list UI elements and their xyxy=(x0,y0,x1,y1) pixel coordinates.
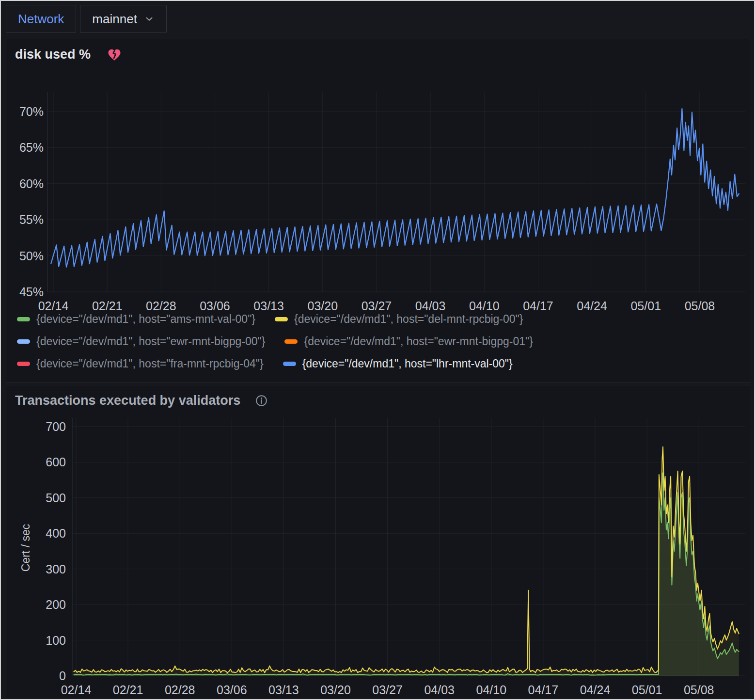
panel-transactions: Transactions executed by validators Cert… xyxy=(6,385,751,699)
variable-label-box: Network xyxy=(6,5,76,33)
panel-title-disk-used[interactable]: disk used % xyxy=(15,47,91,62)
legend-series-label: {device="/dev/md1", host="del-mnt-rpcbig… xyxy=(294,312,523,327)
legend-series-label: {device="/dev/md1", host="ams-mnt-val-00… xyxy=(36,312,255,327)
info-icon[interactable] xyxy=(255,394,268,407)
legend-series-label: {device="/dev/md1", host="ewr-mnt-bigpg-… xyxy=(304,334,533,349)
legend-series-label: {device="/dev/md1", host="ewr-mnt-bigpg-… xyxy=(36,334,265,349)
legend-series-color-chip xyxy=(17,362,30,366)
grafana-dashboard: Network mainnet disk used % {device="/de… xyxy=(0,0,755,700)
legend-item[interactable]: {device="/dev/md1", host="ewr-mnt-bigpg-… xyxy=(284,334,533,349)
legend-series-color-chip xyxy=(283,362,296,366)
panel-disk-used: disk used % {device="/dev/md1", host="am… xyxy=(6,39,751,383)
legend-item[interactable]: {device="/dev/md1", host="ams-mnt-val-00… xyxy=(17,312,255,327)
panel-tx-header: Transactions executed by validators xyxy=(6,385,751,408)
dashboard-variable-bar: Network mainnet xyxy=(6,5,167,33)
network-variable-dropdown[interactable]: mainnet xyxy=(80,5,167,33)
legend-series-color-chip xyxy=(17,317,30,321)
chevron-down-icon xyxy=(144,14,155,24)
legend-series-label: {device="/dev/md1", host="fra-mnt-rpcbig… xyxy=(36,356,264,371)
legend-item[interactable]: {device="/dev/md1", host="fra-mnt-rpcbig… xyxy=(17,356,264,371)
panel-disk-header: disk used % xyxy=(6,39,751,62)
legend-item[interactable]: {device="/dev/md1", host="del-mnt-rpcbig… xyxy=(275,312,523,327)
legend-series-color-chip xyxy=(17,339,30,344)
legend-item[interactable]: {device="/dev/md1", host="ewr-mnt-bigpg-… xyxy=(17,334,265,349)
legend-series-color-chip xyxy=(275,317,288,321)
variable-label: Network xyxy=(18,12,64,27)
legend-item[interactable]: {device="/dev/md1", host="lhr-mnt-val-00… xyxy=(283,356,513,371)
network-variable-value: mainnet xyxy=(92,12,137,27)
disk-legend: {device="/dev/md1", host="ams-mnt-val-00… xyxy=(17,312,741,379)
y-axis-title: Cert / sec xyxy=(19,524,32,572)
legend-series-color-chip xyxy=(284,339,298,344)
broken-heart-icon[interactable] xyxy=(107,48,122,62)
legend-series-label: {device="/dev/md1", host="lhr-mnt-val-00… xyxy=(302,356,513,371)
panel-title-transactions[interactable]: Transactions executed by validators xyxy=(15,393,240,408)
